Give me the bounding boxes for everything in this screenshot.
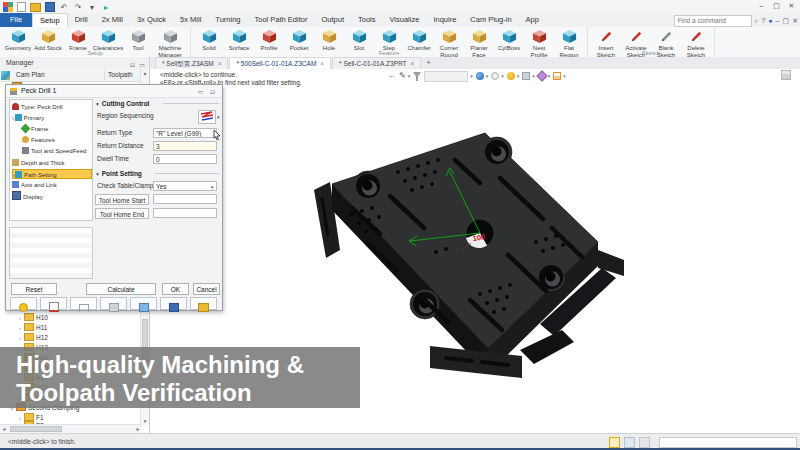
ribbon-item-clearances[interactable]: Clearances <box>93 28 123 52</box>
ribbon-item-profile[interactable]: Profile <box>254 28 284 52</box>
view-layout-icon[interactable] <box>553 72 561 80</box>
menu-tab-2x-mill[interactable]: 2x Mill <box>95 13 130 27</box>
tip-lightbulb-button[interactable] <box>10 297 37 310</box>
dropdown-arrow-icon[interactable]: ▾ <box>517 73 520 79</box>
calculate-button[interactable]: Calculate <box>86 283 156 295</box>
search-icon[interactable]: ⌕ <box>755 16 759 26</box>
ribbon-item-cylboss[interactable]: CylBoss <box>494 28 524 52</box>
menu-tab-output[interactable]: Output <box>314 13 351 27</box>
tool-home-end-field[interactable] <box>153 208 217 218</box>
texture-mode-icon[interactable] <box>522 72 530 80</box>
manager-horizontal-scrollbar[interactable]: ◄ ► <box>0 424 142 433</box>
dropdown-arrow-icon[interactable]: ▾ <box>217 114 220 120</box>
expander-icon[interactable]: › <box>16 333 24 343</box>
menu-tab-tool-path-editor[interactable]: Tool Path Editor <box>248 13 315 27</box>
display-mode-icon[interactable] <box>624 437 635 448</box>
expander-icon[interactable]: › <box>16 313 24 323</box>
tree-item-depth-thick[interactable]: Depth and Thick <box>12 158 92 168</box>
material-icon[interactable] <box>536 70 547 81</box>
tree-item-primary[interactable]: vPrimary <box>12 113 92 123</box>
dropdown-arrow-icon[interactable]: ▾ <box>211 184 214 190</box>
dropdown-arrow-icon[interactable]: ▾ <box>408 73 411 79</box>
open-file-icon[interactable] <box>30 3 41 12</box>
menu-tab-setup[interactable]: Setup <box>32 13 68 27</box>
view-grid-icon[interactable] <box>781 70 791 80</box>
undo-icon[interactable]: ↶ <box>59 3 69 12</box>
tool-query-button[interactable] <box>130 297 157 310</box>
tree-row-h12[interactable]: ›H12 <box>16 333 156 343</box>
tree-item-type[interactable]: Type: Peck Drill <box>12 102 92 112</box>
ribbon-item-add-stock[interactable]: Add Stock <box>33 28 63 52</box>
filter-combobox[interactable] <box>424 71 468 82</box>
doc-tab-cam[interactable]: * 500Sell-C-01-01A.Z3CAM× <box>229 57 331 69</box>
ribbon-minimize-icon[interactable]: – <box>776 16 780 26</box>
new-tab-button[interactable]: + <box>422 57 435 69</box>
menu-tab-tools[interactable]: Tools <box>351 13 383 27</box>
menu-tab-visualize[interactable]: Visualize <box>382 13 426 27</box>
exit-back-icon[interactable]: ← <box>388 71 396 81</box>
tree-row-h10[interactable]: ›H10 <box>16 313 156 323</box>
ribbon-item-solid[interactable]: Solid <box>194 28 224 52</box>
dwell-time-field[interactable]: 0 <box>153 154 217 164</box>
edit-note-button[interactable] <box>40 297 67 310</box>
column-toolpath[interactable]: Toolpath <box>108 69 133 81</box>
save-icon[interactable] <box>45 2 55 12</box>
ribbon-item-surface[interactable]: Surface <box>224 28 254 52</box>
tree-item-path-setting[interactable]: ›Path Setting <box>12 169 92 179</box>
dialog-list-panel[interactable] <box>9 227 93 279</box>
dropdown-arrow-icon[interactable]: ▾ <box>486 73 489 79</box>
scroll-left-icon[interactable]: ◄ <box>0 425 8 433</box>
column-cam-plan[interactable]: Cam Plan <box>16 69 45 81</box>
collapse-icon[interactable]: ▼ <box>95 171 100 177</box>
menu-tab-turning[interactable]: Turning <box>208 13 247 27</box>
ribbon-item-frame[interactable]: Frame <box>63 28 93 52</box>
dialog-comment-icon[interactable]: ▭ <box>195 87 206 97</box>
play-icon[interactable]: ▸ <box>101 3 111 12</box>
close-tab-icon[interactable]: × <box>320 60 324 67</box>
tree-item-features[interactable]: Features <box>22 135 93 145</box>
dialog-title-bar[interactable]: Peck Drill 1 ▭ ⊡ <box>6 85 222 98</box>
load-params-button[interactable] <box>190 297 217 310</box>
window-minimize-button[interactable]: – <box>755 1 768 11</box>
selection-filter-icon[interactable] <box>609 437 620 448</box>
wireframe-mode-icon[interactable] <box>491 72 499 80</box>
new-file-icon[interactable] <box>17 2 26 12</box>
expander-icon[interactable]: › <box>16 323 24 333</box>
redo-icon[interactable]: ↷ <box>73 3 83 12</box>
return-distance-field[interactable]: 3 <box>153 141 217 151</box>
menu-tab-drill[interactable]: Drill <box>68 13 95 27</box>
link-toolpath-button[interactable] <box>70 297 97 310</box>
save-params-button[interactable] <box>160 297 187 310</box>
scroll-right-icon[interactable]: ► <box>134 425 142 433</box>
menu-tab-3x-quick[interactable]: 3x Quick <box>130 13 173 27</box>
ribbon-item-pocket[interactable]: Pocket <box>284 28 314 52</box>
command-search-input[interactable] <box>674 15 752 27</box>
scroll-up-icon[interactable]: ▲ <box>141 69 149 77</box>
close-tab-icon[interactable]: × <box>411 60 415 67</box>
return-type-field[interactable]: "R" Level (G99) <box>153 128 217 138</box>
dropdown-arrow-icon[interactable]: ▾ <box>501 73 504 79</box>
tool-home-end-button[interactable]: Tool Home End <box>95 208 149 219</box>
dropdown-arrow-icon[interactable]: ▾ <box>532 73 535 79</box>
menu-tab-cam-plugin[interactable]: Cam Plug-in <box>463 13 518 27</box>
ribbon-item-tool[interactable]: Tool <box>123 28 153 52</box>
copy-params-button[interactable] <box>100 297 127 310</box>
menu-tab-5x-mill[interactable]: 5x Mill <box>173 13 208 27</box>
render-mode-icon[interactable] <box>507 72 515 80</box>
dropdown-arrow-icon[interactable]: ▾ <box>548 73 551 79</box>
tree-item-display[interactable]: Display <box>12 191 92 201</box>
ribbon-item-geometry[interactable]: Geometry <box>3 28 33 52</box>
edit-pencil-icon[interactable]: ✎ <box>399 71 406 81</box>
status-input-field[interactable] <box>659 437 797 448</box>
tree-item-tool-speedfeed[interactable]: Tool and SpeedFeed <box>22 146 93 156</box>
help-icon[interactable]: ? <box>761 16 765 26</box>
workspace-restore-icon[interactable]: ▢ <box>783 16 790 26</box>
tree-row-h11[interactable]: ›H11 <box>16 323 156 333</box>
ribbon-item-hole[interactable]: Hole <box>314 28 344 52</box>
dropdown-arrow-icon[interactable]: ▾ <box>470 73 473 79</box>
grid-toggle-icon[interactable] <box>639 437 650 448</box>
check-table-clamp-select[interactable]: Yes <box>153 181 217 191</box>
collapse-icon[interactable]: ▼ <box>95 101 100 107</box>
window-restore-button[interactable]: ▢ <box>770 1 783 11</box>
ribbon-item-step[interactable]: Step <box>374 28 404 52</box>
